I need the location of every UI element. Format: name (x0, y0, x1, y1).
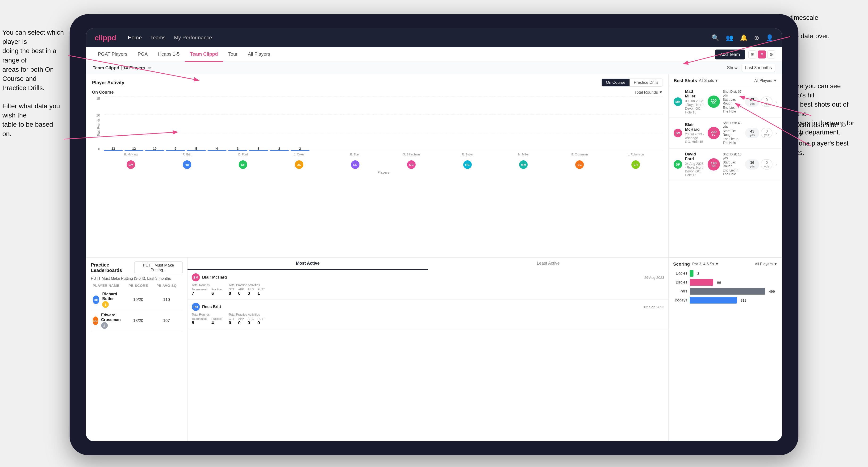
ma-practice-1: 6 (211, 291, 221, 296)
plb-rank-1: 1 (102, 301, 109, 308)
bs-shots-filter[interactable]: All Shots ▼ (699, 79, 718, 83)
bar-chart-area: 15 10 5 0 Total Rounds 13 (92, 97, 663, 158)
settings-view-icon[interactable]: ⚙ (767, 51, 775, 59)
y-label-10: 10 (96, 114, 100, 117)
ma-tournament-1: 7 (192, 291, 207, 296)
scoring-bar-pars (690, 288, 765, 294)
ma-tpa-label-1: Total Practice Activities (229, 283, 265, 287)
pa-tab-oncourse[interactable]: On Course (602, 79, 629, 86)
most-active-panel: Most Active Least Active BM Blair McHarg… (187, 257, 669, 441)
ma-putt-2: 0 (257, 320, 265, 325)
shot-meta-2: 23 Jul 2023 · Ashridge GC, Hole 15 (685, 132, 705, 144)
shot-card-1[interactable]: MM Matt Miller 09 Jun 2023 · Royal North… (669, 86, 782, 118)
y-label-15: 15 (96, 97, 100, 100)
ma-gtt-2: 0 (229, 320, 235, 325)
tab-all-players[interactable]: All Players (243, 47, 275, 62)
avatar-9: EC (575, 160, 584, 169)
ma-tab-most-active[interactable]: Most Active (187, 257, 428, 270)
chart-section-header: On Course Total Rounds ▼ (92, 90, 663, 95)
tab-pga[interactable]: PGA (132, 47, 153, 62)
shot-card-3[interactable]: DF David Ford 24 Aug 2023 · Royal North … (669, 149, 782, 181)
practice-lb-panel: Practice Leaderboards PUTT Must Make Put… (86, 257, 187, 441)
show-dropdown[interactable]: Last 3 months (742, 64, 775, 72)
shot-meta-3: 24 Aug 2023 · Royal North Devon GC, Hole… (685, 162, 705, 177)
list-view-icon[interactable]: ≡ (758, 51, 766, 59)
x-label-7: R. Butler (440, 153, 495, 156)
annotation-player-best: You can select which player isdoing the … (2, 28, 66, 92)
shot-player-info-1: Matt Miller 09 Jun 2023 · Royal North De… (685, 89, 705, 114)
x-axis-title: Players (92, 169, 663, 174)
account-icon[interactable]: 👤 (766, 34, 773, 41)
best-shots-panel: Best Shots All Shots ▼ All Players ▼ MM … (669, 74, 782, 257)
ma-arg-1: 0 (248, 291, 254, 296)
shot-player-name-1: Matt Miller (685, 89, 705, 99)
sp-filter[interactable]: Par 3, 4 & 5s ▼ (692, 262, 719, 266)
logo: clippd (95, 33, 116, 42)
people-icon[interactable]: 👥 (726, 34, 733, 41)
ma-avatar-2: RB (192, 303, 200, 311)
avatar-7: RB (463, 160, 472, 169)
avatar-4: JC (295, 160, 303, 169)
plb-avatar-1: RB (93, 295, 99, 304)
grid-view-icon[interactable]: ⊞ (748, 51, 756, 59)
shot-avatar-1: MM (674, 97, 682, 106)
tab-team-clippd[interactable]: Team Clippd (185, 47, 223, 62)
edit-icon[interactable]: ✏ (148, 65, 152, 70)
plb-filter[interactable]: PUTT Must Make Putting... (134, 261, 183, 274)
tab-tour[interactable]: Tour (223, 47, 243, 62)
bs-header: Best Shots All Shots ▼ All Players ▼ (669, 74, 782, 86)
navbar: clippd Home Teams My Performance 🔍 👥 🔔 ⊕… (86, 28, 782, 47)
ma-date-2: 02 Sep 2023 (644, 305, 664, 309)
chevron-right-3: › (775, 162, 777, 167)
x-label-2: R. Britt (160, 153, 214, 156)
ma-tab-least-active[interactable]: Least Active (428, 257, 669, 270)
pa-tab-practice[interactable]: Practice Drills (629, 79, 662, 86)
add-circle-icon[interactable]: ⊕ (754, 34, 759, 41)
x-label-3: D. Ford (216, 153, 270, 156)
tablet-device: clippd Home Teams My Performance 🔍 👥 🔔 ⊕… (69, 14, 799, 455)
nav-teams[interactable]: Teams (150, 35, 165, 41)
x-label-4: J. Coles (272, 153, 326, 156)
nav-performance[interactable]: My Performance (174, 35, 212, 41)
plb-cols: PLAYER NAME PB SCORE PB AVG SQ (91, 283, 183, 289)
bell-icon[interactable]: 🔔 (740, 34, 747, 41)
plb-header: Practice Leaderboards PUTT Must Make Put… (91, 261, 183, 274)
shot-player-name-2: Blair McHarg (685, 122, 705, 132)
shot-detail-2: Shot Dist: 43 yds Start Lie: Rough End L… (723, 121, 743, 145)
nav-home[interactable]: Home (128, 35, 142, 41)
sp-players-filter[interactable]: All Players ▼ (755, 262, 777, 266)
pa-title: Player Activity (92, 80, 124, 85)
show-label: Show: (727, 65, 739, 70)
plb-name-1: Richard Butler (102, 292, 124, 301)
bs-players-filter[interactable]: All Players ▼ (754, 79, 777, 83)
shot-card-2[interactable]: BM Blair McHarg 23 Jul 2023 · Ashridge G… (669, 118, 782, 149)
bs-title: Best Shots (674, 78, 697, 83)
scoring-bar-eagles (690, 270, 693, 277)
ma-putt-1: 1 (257, 291, 265, 296)
ma-app-1: 0 (238, 291, 244, 296)
tablet-screen: clippd Home Teams My Performance 🔍 👥 🔔 ⊕… (86, 28, 782, 441)
avatar-2: RB (183, 160, 191, 169)
plb-avatar-2: EC (93, 316, 98, 325)
x-label-6: G. Billingham (384, 153, 438, 156)
sp-header: Scoring Par 3, 4 & 5s ▼ All Players ▼ (673, 261, 777, 267)
scoring-panel: Scoring Par 3, 4 & 5s ▼ All Players ▼ Ea… (669, 257, 782, 441)
plb-subtitle: PUTT Must Make Putting (3-6 ft), Last 3 … (91, 276, 183, 281)
search-icon[interactable]: 🔍 (712, 34, 719, 41)
chart-dropdown[interactable]: Total Rounds ▼ (634, 90, 663, 95)
shot-badge-3: 198 SG (708, 158, 720, 170)
grid-lines (104, 97, 663, 151)
avatar-5: EE (351, 160, 360, 169)
plb-avg-1: 110 (152, 298, 181, 302)
ma-practice-2: 4 (211, 320, 221, 325)
tab-hcaps[interactable]: Hcaps 1-5 (153, 47, 185, 62)
y-axis-title: Total Rounds (97, 118, 100, 136)
plb-rank-2: 2 (101, 322, 108, 329)
x-label-5: E. Ebert (328, 153, 382, 156)
x-label-8: M. Miller (497, 153, 551, 156)
plb-score-1: 19/20 (124, 298, 152, 302)
nav-icons: 🔍 👥 🔔 ⊕ 👤 (712, 34, 773, 41)
add-team-button[interactable]: Add Team (715, 50, 745, 59)
tab-pgat-players[interactable]: PGAT Players (93, 47, 132, 62)
shot-detail-1: Shot Dist: 67 yds Start Lie: Rough End L… (723, 90, 743, 114)
